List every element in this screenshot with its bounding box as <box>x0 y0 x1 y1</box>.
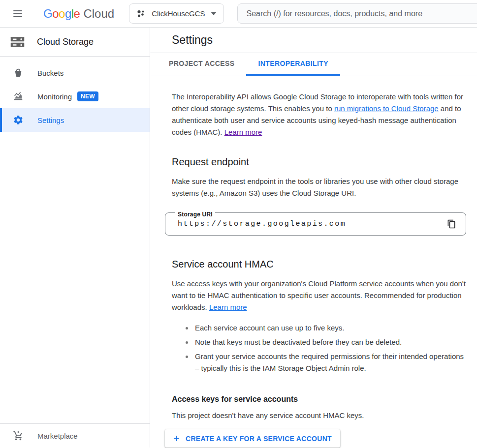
cart-icon <box>12 430 24 442</box>
request-endpoint-paragraph: Make sure the request endpoint in the to… <box>172 176 466 199</box>
storage-uri-field: Storage URI https://storage.googleapis.c… <box>165 212 466 236</box>
page-title: Settings <box>172 33 213 47</box>
menu-icon[interactable] <box>6 2 30 26</box>
gear-icon <box>12 114 24 126</box>
sidebar: Cloud Storage Buckets <box>0 28 150 448</box>
hmac-learn-more-link[interactable]: Learn more <box>209 303 247 311</box>
sidebar-product-title: Cloud Storage <box>37 37 94 47</box>
sidebar-item-monitoring[interactable]: Monitoring NEW <box>0 85 150 108</box>
monitoring-icon <box>12 90 24 102</box>
logo-letter: o <box>52 7 59 21</box>
project-selector[interactable]: ClickHouseGCS <box>129 3 223 24</box>
service-account-hmac-paragraph: Use access keys with your organization's… <box>172 278 466 313</box>
list-item: Grant your service accounts the required… <box>186 351 466 374</box>
project-name: ClickHouseGCS <box>152 9 205 18</box>
bucket-icon <box>12 67 24 79</box>
sidebar-footer: Marketplace <box>0 423 150 448</box>
create-key-button[interactable]: CREATE A KEY FOR A SERVICE ACCOUNT <box>165 429 340 448</box>
list-item: Note that keys must be deactivated befor… <box>186 336 466 348</box>
logo-cloud-text: Cloud <box>83 7 114 21</box>
sidebar-item-label: Settings <box>37 116 64 124</box>
hmac-bullet-list: Each service account can use up to five … <box>172 322 466 374</box>
new-badge: NEW <box>77 91 98 101</box>
tab-interoperability[interactable]: INTEROPERABILITY <box>246 53 340 76</box>
logo-letter: o <box>59 7 65 21</box>
sidebar-item-label: Marketplace <box>37 432 78 440</box>
search-input[interactable] <box>246 9 473 19</box>
sidebar-item-buckets[interactable]: Buckets <box>0 61 150 85</box>
copy-icon[interactable] <box>444 216 459 232</box>
sidebar-item-label: Monitoring <box>37 92 72 101</box>
list-item: Each service account can use up to five … <box>186 322 466 334</box>
sidebar-item-settings[interactable]: Settings <box>0 108 150 132</box>
sidebar-item-marketplace[interactable]: Marketplace <box>0 424 150 448</box>
create-key-button-label: CREATE A KEY FOR A SERVICE ACCOUNT <box>186 435 332 443</box>
service-account-hmac-heading: Service account HMAC <box>172 257 466 271</box>
learn-more-link[interactable]: Learn more <box>224 128 262 136</box>
title-row: Settings <box>150 28 477 53</box>
access-keys-heading: Access keys for service accounts <box>172 394 466 405</box>
intro-paragraph: The Interoperability API allows Google C… <box>172 91 466 138</box>
sidebar-nav: Buckets Monitoring NEW <box>0 57 150 132</box>
global-search[interactable] <box>237 3 477 24</box>
app-header: Google Cloud ClickHouseGCS <box>0 0 477 28</box>
google-cloud-logo[interactable]: Google Cloud <box>43 7 114 21</box>
storage-uri-label: Storage URI <box>175 209 215 220</box>
storage-product-icon <box>9 34 26 50</box>
request-endpoint-heading: Request endpoint <box>172 155 466 169</box>
logo-letter: g <box>65 7 71 21</box>
run-migrations-link[interactable]: run migrations to Cloud Storage <box>334 104 439 113</box>
logo-letter: G <box>43 7 52 21</box>
sidebar-product-header: Cloud Storage <box>0 28 150 57</box>
project-dots-icon <box>136 9 146 19</box>
tab-bar: PROJECT ACCESS INTEROPERABILITY <box>150 53 477 76</box>
storage-uri-value: https://storage.googleapis.com <box>178 218 444 230</box>
hamburger-bars <box>13 8 22 19</box>
main-panel: Settings PROJECT ACCESS INTEROPERABILITY… <box>150 28 477 448</box>
logo-letter: e <box>74 7 80 21</box>
sidebar-item-label: Buckets <box>37 69 64 77</box>
tab-project-access[interactable]: PROJECT ACCESS <box>157 53 246 76</box>
chevron-down-icon <box>211 12 217 15</box>
plus-icon <box>172 434 181 443</box>
tab-content: The Interoperability API allows Google C… <box>150 76 477 448</box>
access-keys-paragraph: This project doesn't have any service ac… <box>172 410 466 421</box>
